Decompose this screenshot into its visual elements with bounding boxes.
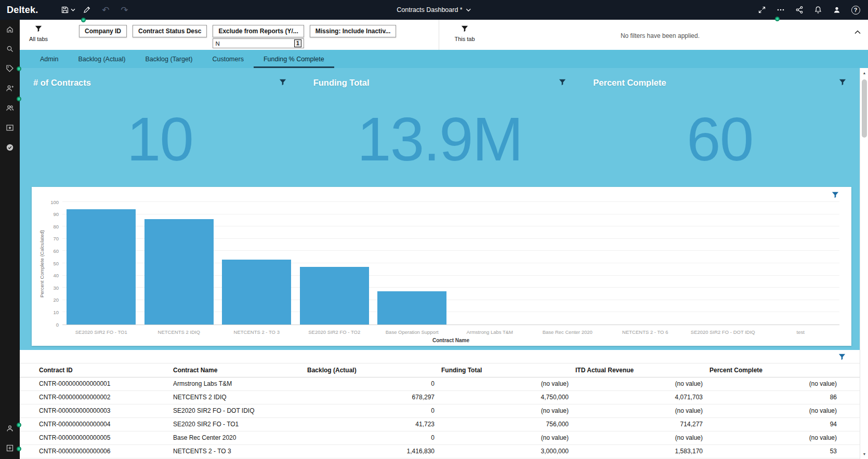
tab-bar: AdminBacklog (Actual)Backlog (Target)Cus…: [20, 50, 868, 68]
x-axis-category: SE2020 SIR2 FO - TO1: [62, 329, 140, 335]
dashboard-title-menu[interactable]: Contracts Dashboard *: [397, 6, 471, 14]
check-circle-icon: [6, 143, 14, 154]
edit-pencil-icon: [83, 6, 91, 14]
bar-base-rec-center-2020[interactable]: [529, 203, 607, 325]
expand-button[interactable]: [753, 0, 771, 20]
filter-chip-value: N: [215, 40, 219, 47]
filter-funnel-icon[interactable]: [832, 191, 839, 200]
filter-funnel-icon: [35, 25, 42, 34]
sidebar-item-account-settings[interactable]: [0, 420, 20, 439]
kpi-value: 13.9M: [300, 109, 580, 170]
tab-backlog-actual[interactable]: Backlog (Actual): [68, 50, 135, 68]
tab-backlog-target[interactable]: Backlog (Target): [135, 50, 202, 68]
filter-funnel-icon[interactable]: [839, 78, 846, 88]
table-row[interactable]: CNTR-000000000000001Armstrong Labs T&M0(…: [20, 377, 860, 390]
table-row[interactable]: CNTR-000000000000002NETCENTS 2 IDIQ678,2…: [20, 390, 860, 404]
bar-base-operation-support[interactable]: [373, 203, 451, 325]
save-button[interactable]: [59, 0, 77, 20]
kpi-percent-complete[interactable]: Percent Complete 60: [580, 68, 860, 187]
table-cell: 4,071,703: [575, 390, 709, 404]
filter-chip-missing-include-inactiv[interactable]: Missing: Include Inactiv...: [310, 25, 396, 37]
sidebar-item-favorites[interactable]: [0, 119, 20, 139]
scroll-down-button[interactable]: ▼: [860, 450, 868, 458]
table-row[interactable]: CNTR-000000000000005Base Rec Center 2020…: [20, 431, 860, 444]
filter-chip-input[interactable]: N1: [213, 38, 304, 48]
sidebar-item-search[interactable]: [0, 40, 20, 60]
filter-chip-contract-status-desc[interactable]: Contract Status Desc: [133, 25, 207, 37]
column-header-funding-total[interactable]: Funding Total: [441, 363, 575, 377]
filter-chip-label[interactable]: Exclude from Reports (Y/...: [213, 25, 304, 37]
filter-chip-label[interactable]: Missing: Include Inactiv...: [310, 25, 396, 37]
sidebar-item-add-user[interactable]: [0, 79, 20, 99]
bar-armstrong-labs-t-m[interactable]: [451, 203, 529, 325]
filter-funnel-icon[interactable]: [279, 78, 286, 88]
filter-chip-label[interactable]: Company ID: [79, 25, 127, 37]
table-cell: 4,750,000: [441, 390, 575, 404]
bar-se2020-sir2-fo-to2[interactable]: [296, 203, 374, 325]
bar-rect[interactable]: [144, 219, 214, 325]
bar-rect[interactable]: [67, 209, 136, 325]
table-cell: 41,723: [307, 417, 441, 431]
sidebar-item-home[interactable]: [0, 20, 20, 40]
bar-se2020-sir2-fo-dot-idiq[interactable]: [684, 203, 762, 325]
scroll-up-button[interactable]: ▲: [860, 69, 868, 77]
edit-button[interactable]: [77, 0, 96, 20]
filter-chip-exclude-from-reports-y[interactable]: Exclude from Reports (Y/...N1: [213, 25, 304, 48]
bar-chart-widget[interactable]: Percent Complete (Calculated) 0102030405…: [32, 187, 851, 346]
this-tab-label: This tab: [454, 36, 475, 42]
bar-netcents-2-to-3[interactable]: [218, 203, 296, 325]
bar-rect[interactable]: [377, 291, 446, 325]
tab-admin[interactable]: Admin: [30, 50, 68, 68]
notifications-button[interactable]: [809, 0, 827, 20]
table-row[interactable]: CNTR-000000000000006NETCENTS 2 - TO 31,4…: [20, 444, 860, 458]
filter-funnel-icon[interactable]: [838, 353, 846, 362]
filter-funnel-icon[interactable]: [559, 78, 566, 88]
y-axis-tick: 10: [53, 310, 59, 315]
green-dot-annotation: [17, 447, 21, 451]
bar-netcents-2-to-6[interactable]: [607, 203, 685, 325]
account-button[interactable]: [827, 0, 846, 20]
undo-icon: ↶: [102, 6, 109, 15]
share-button[interactable]: [790, 0, 809, 20]
bar-test[interactable]: [762, 203, 840, 325]
column-header-backlog-actual[interactable]: Backlog (Actual): [307, 363, 441, 377]
column-header-itd-actual-revenue[interactable]: ITD Actual Revenue: [575, 363, 709, 377]
table-row[interactable]: CNTR-000000000000004SE2020 SIR2 FO - TO1…: [20, 417, 860, 431]
column-header-percent-complete[interactable]: Percent Complete: [709, 363, 860, 377]
this-tab-filter-button[interactable]: This tab: [446, 20, 483, 42]
table-cell: (no value): [575, 377, 709, 390]
sidebar-item-contacts[interactable]: [0, 99, 20, 119]
bar-se2020-sir2-fo-to1[interactable]: [62, 203, 140, 325]
help-button[interactable]: ?: [846, 0, 865, 20]
vertical-scrollbar[interactable]: ▲ ▼: [860, 68, 868, 459]
bar-rect[interactable]: [222, 260, 291, 325]
chart-plot: 0102030405060708090100SE2020 SIR2 FO - T…: [62, 203, 839, 325]
table-cell: (no value): [709, 404, 860, 417]
people-icon: [6, 104, 14, 114]
redo-button[interactable]: ↷: [115, 0, 134, 20]
tab-funding-complete[interactable]: Funding % Complete: [254, 50, 334, 68]
filter-chip-company-id[interactable]: Company ID: [79, 25, 127, 37]
x-axis-category: test: [762, 329, 840, 335]
scrollbar-thumb[interactable]: [862, 79, 867, 138]
y-axis-tick: 0: [56, 322, 59, 327]
undo-button[interactable]: ↶: [96, 0, 115, 20]
table-cell: 678,297: [307, 390, 441, 404]
bar-netcents-2-idiq[interactable]: [140, 203, 218, 325]
column-header-contract-name[interactable]: Contract Name: [173, 363, 307, 377]
x-axis-category: SE2020 SIR2 FO - DOT IDIQ: [684, 329, 762, 335]
sidebar-item-approvals[interactable]: [0, 139, 20, 158]
column-header-contract-id[interactable]: Contract ID: [20, 363, 173, 377]
table-cell: 53: [709, 444, 860, 458]
kpi-number-of-contracts[interactable]: # of Contracts 10: [20, 68, 300, 187]
table-row[interactable]: CNTR-000000000000003SE2020 SIR2 FO - DOT…: [20, 404, 860, 417]
filter-chip-label[interactable]: Contract Status Desc: [133, 25, 207, 37]
tab-customers[interactable]: Customers: [202, 50, 253, 68]
bar-rect[interactable]: [300, 267, 369, 325]
overflow-menu-button[interactable]: [771, 0, 790, 20]
y-axis-tick: 100: [50, 199, 59, 205]
collapse-filter-panel-button[interactable]: [854, 27, 861, 36]
all-tabs-filter-button[interactable]: All tabs: [20, 20, 57, 42]
kpi-funding-total[interactable]: Funding Total 13.9M: [300, 68, 580, 187]
dashboard-canvas: # of Contracts 10 Funding Total 13.9M: [20, 68, 868, 459]
